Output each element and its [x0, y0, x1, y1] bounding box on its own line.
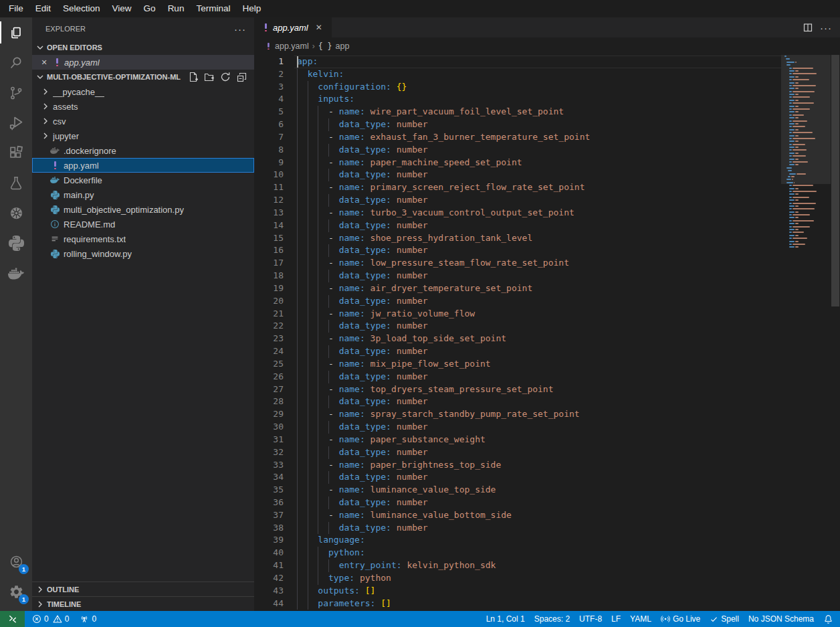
code-line[interactable]: 42 type: python [254, 572, 781, 585]
sidebar-item-readme-md[interactable]: README.md [32, 217, 254, 232]
breadcrumb-symbol[interactable]: app [336, 41, 350, 51]
timeline-section-header[interactable]: TIMELINE [32, 596, 254, 611]
sidebar-item-requirements-txt[interactable]: requirements.txt [32, 232, 254, 246]
code-line[interactable]: 25 - name: mix_pipe_flow_set_point [254, 358, 781, 371]
new-folder-icon[interactable] [203, 71, 215, 83]
code-line[interactable]: 33 - name: paper_brightness_top_side [254, 459, 781, 472]
notifications-bell[interactable] [819, 611, 840, 627]
tab-close-icon[interactable]: ✕ [312, 21, 326, 34]
sidebar-item-multi-objective-optimization-py[interactable]: multi_objective_optimization.py [32, 202, 254, 217]
activity-extensions[interactable] [0, 138, 32, 168]
code-line[interactable]: 11 - name: primary_screen_reject_flow_ra… [254, 181, 781, 194]
code-line[interactable]: 16 data_type: number [254, 244, 781, 257]
minimap[interactable] [781, 55, 831, 611]
code-line[interactable]: 13 - name: turbo_3_vacuum_control_output… [254, 207, 781, 219]
code-editor[interactable]: 1app:2 kelvin:3 configuration: {}4 input… [254, 55, 781, 611]
code-line[interactable]: 10 data_type: number [254, 169, 781, 181]
activity-run-debug[interactable] [0, 108, 32, 138]
eol-status[interactable]: LF [607, 611, 625, 627]
code-line[interactable]: 23 - name: 3p_load_top_side_set_point [254, 333, 781, 345]
menu-help[interactable]: Help [236, 0, 267, 17]
code-line[interactable]: 29 - name: spray_starch_standby_pump_rat… [254, 408, 781, 421]
breadcrumb-file[interactable]: app.yaml [275, 41, 309, 51]
code-line[interactable]: 43 outputs: [] [254, 585, 781, 598]
code-line[interactable]: 30 data_type: number [254, 421, 781, 434]
code-line[interactable]: 18 data_type: number [254, 270, 781, 282]
vertical-scrollbar[interactable] [831, 55, 840, 611]
code-line[interactable]: 12 data_type: number [254, 194, 781, 207]
activity-accounts[interactable]: 1 [0, 547, 32, 577]
go-live-button[interactable]: Go Live [656, 611, 705, 627]
activity-search[interactable] [0, 48, 32, 78]
collapse-all-icon[interactable] [235, 71, 247, 83]
explorer-more-actions-icon[interactable]: ··· [234, 23, 246, 35]
code-line[interactable]: 7 - name: exhaust_fan_3_burner_temperatu… [254, 131, 781, 144]
code-line[interactable]: 17 - name: low_pressure_steam_flow_rate_… [254, 257, 781, 270]
code-line[interactable]: 27 - name: top_dryers_steam_pressure_set… [254, 383, 781, 396]
editor-more-actions-icon[interactable]: ··· [820, 22, 832, 33]
problems-status[interactable]: 0 0 [27, 611, 75, 627]
sidebar-item-jupyter[interactable]: jupyter [32, 128, 254, 143]
code-line[interactable]: 2 kelvin: [254, 68, 781, 81]
sidebar-item-csv[interactable]: csv [32, 114, 254, 128]
spell-checker-status[interactable]: Spell [705, 611, 744, 627]
activity-kubernetes[interactable] [0, 198, 32, 228]
menu-selection[interactable]: Selection [57, 0, 106, 17]
outline-section-header[interactable]: OUTLINE [32, 581, 254, 596]
code-line[interactable]: 31 - name: paper_substance_weight [254, 434, 781, 446]
code-line[interactable]: 20 data_type: number [254, 295, 781, 308]
code-line[interactable]: 4 inputs: [254, 93, 781, 106]
code-line[interactable]: 9 - name: paper_machine_speed_set_point [254, 157, 781, 169]
code-line[interactable]: 32 data_type: number [254, 446, 781, 459]
code-line[interactable]: 5 - name: wire_part_vacuum_foil_level_se… [254, 106, 781, 118]
indentation-status[interactable]: Spaces: 2 [530, 611, 574, 627]
sidebar-item-app-yaml[interactable]: app.yaml [32, 158, 254, 173]
code-line[interactable]: 8 data_type: number [254, 144, 781, 157]
encoding-status[interactable]: UTF-8 [574, 611, 607, 627]
refresh-icon[interactable] [219, 71, 231, 83]
menu-run[interactable]: Run [162, 0, 191, 17]
activity-source-control[interactable] [0, 78, 32, 108]
activity-docker[interactable] [0, 258, 32, 288]
sidebar-item-assets[interactable]: assets [32, 99, 254, 114]
json-schema-status[interactable]: No JSON Schema [744, 611, 819, 627]
tab-app-yaml[interactable]: app.yaml ✕ [254, 17, 332, 37]
sidebar-item-main-py[interactable]: main.py [32, 187, 254, 202]
scrollbar-thumb[interactable] [831, 55, 839, 306]
close-icon[interactable]: ✕ [39, 57, 49, 68]
activity-settings[interactable]: 1 [0, 577, 32, 607]
code-line[interactable]: 14 data_type: number [254, 219, 781, 232]
sidebar-item-dockerfile[interactable]: Dockerfile [32, 173, 254, 187]
ports-status[interactable]: 0 [75, 611, 101, 627]
activity-python[interactable] [0, 228, 32, 258]
code-line[interactable]: 21 - name: jw_ratio_volume_flow [254, 308, 781, 321]
code-line[interactable]: 22 data_type: number [254, 320, 781, 333]
activity-explorer[interactable] [0, 17, 32, 48]
activity-testing[interactable] [0, 168, 32, 198]
code-line[interactable]: 28 data_type: number [254, 395, 781, 408]
language-mode[interactable]: YAML [625, 611, 656, 627]
code-line[interactable]: 37 - name: luminance_value_bottom_side [254, 509, 781, 522]
code-line[interactable]: 38 data_type: number [254, 522, 781, 535]
code-line[interactable]: 44 parameters: [] [254, 598, 781, 610]
code-line[interactable]: 39 language: [254, 534, 781, 547]
menu-terminal[interactable]: Terminal [190, 0, 236, 17]
code-line[interactable]: 6 data_type: number [254, 118, 781, 131]
sidebar-item--pycache-[interactable]: __pycache__ [32, 84, 254, 99]
code-line[interactable]: 26 data_type: number [254, 371, 781, 383]
open-editor-app-yaml[interactable]: ✕ app.yaml [32, 55, 254, 70]
menu-file[interactable]: File [3, 0, 29, 17]
code-line[interactable]: 3 configuration: {} [254, 81, 781, 94]
code-line[interactable]: 36 data_type: number [254, 497, 781, 509]
code-line[interactable]: 40 python: [254, 547, 781, 559]
cursor-position[interactable]: Ln 1, Col 1 [482, 611, 530, 627]
sidebar-item--dockerignore[interactable]: .dockerignore [32, 143, 254, 158]
code-line[interactable]: 15 - name: shoe_press_hydration_tank_lev… [254, 232, 781, 245]
menu-edit[interactable]: Edit [29, 0, 57, 17]
code-line[interactable]: 1app: [254, 56, 781, 68]
code-line[interactable]: 24 data_type: number [254, 345, 781, 358]
code-line[interactable]: 41 entry_point: kelvin_python_sdk [254, 559, 781, 572]
menu-go[interactable]: Go [138, 0, 162, 17]
new-file-icon[interactable] [187, 71, 199, 83]
split-editor-icon[interactable] [803, 22, 813, 33]
